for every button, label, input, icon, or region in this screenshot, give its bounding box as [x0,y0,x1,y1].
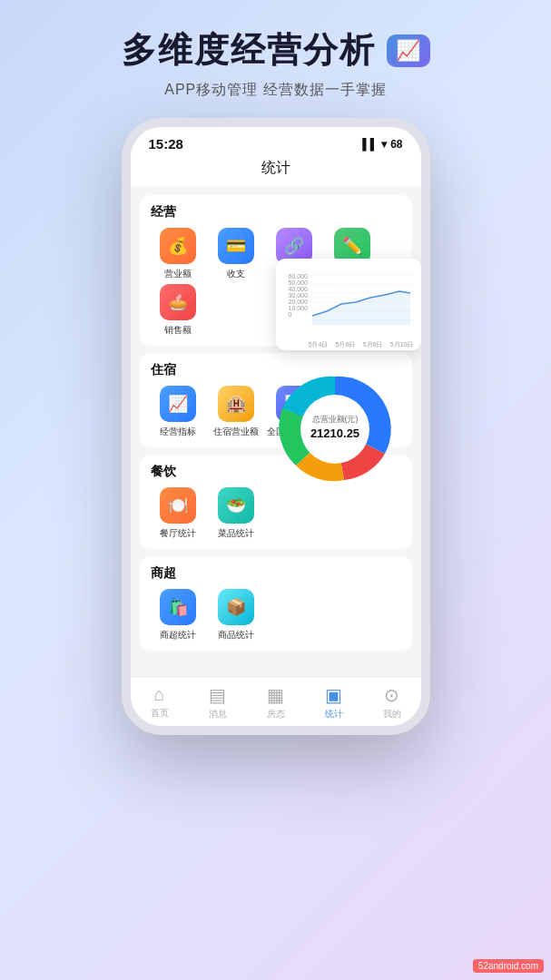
nav-label-home: 首页 [151,707,169,720]
page-header: 多维度经营分析 📈 APP移动管理 经营数据一手掌握 [0,0,551,109]
nav-item-stats[interactable]: ▣ 统计 [305,684,363,720]
status-time: 15:28 [149,136,183,152]
watermark: 52android.com [473,959,544,973]
sales-icon: 🥧 [160,284,196,320]
svg-marker-6 [312,291,410,325]
hotel-revenue-label: 住宿营业额 [213,426,259,438]
svg-text:21210.25: 21210.25 [310,426,359,440]
hotel-revenue-icon: 🏨 [218,386,254,422]
supermarket-section: 商超 🛍️ 商超统计 📦 商品统计 [140,556,412,651]
ops-index-icon: 📈 [160,386,196,422]
chart-area [309,266,414,338]
restaurant-icon: 🍽️ [160,487,196,524]
nav-label-rooms: 房态 [267,708,285,720]
signal-icon: ▌▌ [362,138,378,151]
nav-item-profile[interactable]: ⊙ 我的 [363,684,421,720]
business-section-title: 经营 [151,204,401,220]
bottom-nav: ⌂ 首页 ▤ 消息 ▦ 房态 ▣ 统计 ⊙ 我的 [131,676,421,726]
finance-icon: 💳 [218,228,254,264]
wifi-icon: ▾ [381,138,387,151]
product-stats-icon: 📦 [218,589,254,625]
phone-mockup: 15:28 ▌▌ ▾ 68 统计 经营 💰 营业额 💳 收支 [122,118,430,735]
title-row: 多维度经营分析 📈 [18,27,533,74]
sales-label: 销售额 [164,324,192,337]
dining-section: 餐饮 🍽️ 餐厅统计 🥗 菜品统计 [140,455,412,549]
revenue-icon: 💰 [160,228,196,264]
menu-item-sales[interactable]: 🥧 销售额 [151,284,205,337]
line-chart-popup: 60,000 50,000 40,000 30,000 20,000 10,00… [276,259,421,350]
menu-item-dishes[interactable]: 🥗 菜品统计 [209,487,263,540]
supermarket-section-title: 商超 [151,565,401,582]
app-title: 统计 [261,160,290,175]
stats-icon: ▣ [325,684,342,706]
profile-icon: ⊙ [384,684,399,706]
home-icon: ⌂ [153,684,164,705]
chart-icon: 📈 [396,39,420,63]
donut-chart-popup: 总营业额(元) 21210.25 [258,358,421,504]
ops-index-label: 经营指标 [160,426,196,438]
business-section: 经营 💰 营业额 💳 收支 🔗 渠道 ✏️ 记一笔 [140,195,412,346]
menu-item-ops-index[interactable]: 📈 经营指标 [151,386,205,438]
chart-icon-badge: 📈 [387,34,430,67]
supermarket-stats-label: 商超统计 [160,629,196,642]
nav-item-messages[interactable]: ▤ 消息 [189,684,247,720]
main-title: 多维度经营分析 [122,27,376,74]
app-content: 经营 💰 营业额 💳 收支 🔗 渠道 ✏️ 记一笔 [131,188,421,676]
menu-item-product-stats[interactable]: 📦 商品统计 [209,589,263,642]
menu-item-restaurant[interactable]: 🍽️ 餐厅统计 [151,487,205,540]
chart-x-labels: 5月4日 5月6日 5月8日 5月10日 [309,340,414,349]
subtitle: APP移动管理 经营数据一手掌握 [18,81,533,100]
battery-icon: 68 [390,138,402,151]
nav-label-profile: 我的 [383,708,401,720]
app-header: 统计 [131,155,421,188]
restaurant-label: 餐厅统计 [160,527,196,540]
finance-label: 收支 [227,268,245,280]
status-icons: ▌▌ ▾ 68 [362,138,402,151]
menu-item-supermarket-stats[interactable]: 🛍️ 商超统计 [151,589,205,642]
rooms-icon: ▦ [267,684,284,706]
nav-item-rooms[interactable]: ▦ 房态 [247,684,305,720]
revenue-label: 营业额 [164,268,192,280]
menu-item-hotel-revenue[interactable]: 🏨 住宿营业额 [209,386,263,438]
dishes-label: 菜品统计 [218,527,254,540]
chart-y-labels: 60,000 50,000 40,000 30,000 20,000 10,00… [289,273,308,318]
dishes-icon: 🥗 [218,487,254,524]
supermarket-stats-icon: 🛍️ [160,589,196,625]
menu-item-revenue[interactable]: 💰 营业额 [151,228,205,280]
svg-text:总营业额(元): 总营业额(元) [310,415,358,424]
product-stats-label: 商品统计 [218,629,254,642]
messages-icon: ▤ [209,684,226,706]
menu-item-finance[interactable]: 💳 收支 [209,228,263,280]
supermarket-items: 🛍️ 商超统计 📦 商品统计 [151,589,401,642]
nav-item-home[interactable]: ⌂ 首页 [131,684,189,720]
nav-label-messages: 消息 [209,708,227,720]
status-bar: 15:28 ▌▌ ▾ 68 [131,127,421,155]
nav-label-stats: 统计 [325,708,343,720]
